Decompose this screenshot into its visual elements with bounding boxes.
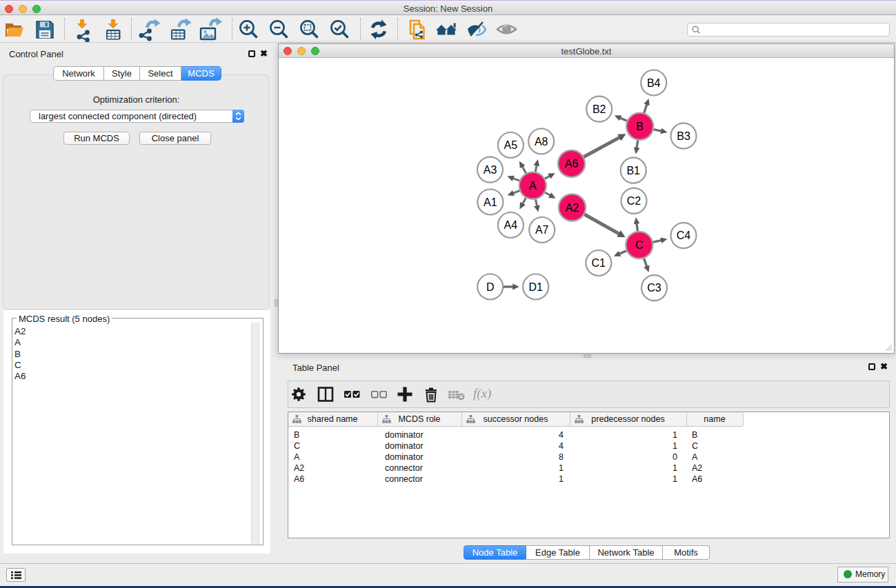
svg-text:A4: A4 <box>504 219 518 231</box>
svg-text:A7: A7 <box>535 224 549 236</box>
svg-text:D: D <box>486 281 495 293</box>
svg-text:C: C <box>635 239 644 251</box>
svg-text:B: B <box>636 121 644 132</box>
svg-text:C1: C1 <box>592 257 606 269</box>
svg-text:C2: C2 <box>627 195 641 207</box>
svg-text:A: A <box>529 180 537 192</box>
svg-text:B1: B1 <box>626 165 640 176</box>
svg-text:B2: B2 <box>593 103 606 115</box>
svg-text:A1: A1 <box>484 196 497 208</box>
svg-text:A2: A2 <box>566 202 579 214</box>
svg-text:B3: B3 <box>677 130 690 142</box>
svg-text:A8: A8 <box>535 136 548 148</box>
svg-text:B4: B4 <box>647 77 661 89</box>
svg-text:A6: A6 <box>565 158 579 170</box>
svg-text:C3: C3 <box>647 282 661 294</box>
svg-text:A3: A3 <box>484 164 497 176</box>
svg-text:D1: D1 <box>528 281 543 293</box>
svg-text:C4: C4 <box>677 230 691 241</box>
svg-text:A5: A5 <box>504 139 518 151</box>
